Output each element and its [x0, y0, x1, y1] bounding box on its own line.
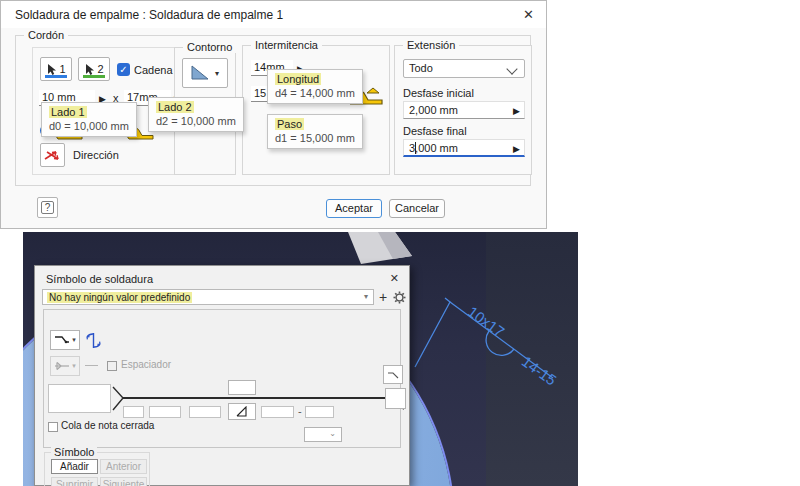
select-side1-button[interactable]: 1: [40, 57, 72, 81]
flip-symbol-button[interactable]: [85, 332, 102, 349]
help-icon: ?: [41, 201, 55, 214]
select-side2-button[interactable]: 2: [78, 57, 110, 81]
extension-group-label: Extensión: [403, 39, 459, 51]
weld-field-4[interactable]: [261, 406, 294, 418]
cadena-checkbox[interactable]: ✓: [117, 63, 130, 76]
close-icon[interactable]: ✕: [523, 8, 534, 21]
symbol-editor-panel: ▾ ▾ Espaciador: [43, 309, 401, 448]
gear-icon[interactable]: [393, 291, 406, 304]
cola-checkbox[interactable]: [48, 422, 58, 432]
siguiente-button: Siguiente: [100, 477, 147, 486]
tooltip-lado2: Lado 2 d2 = 10,000 mm: [148, 97, 244, 132]
close-icon[interactable]: ✕: [390, 272, 399, 285]
direccion-button[interactable]: [40, 143, 65, 167]
alcance-select[interactable]: Todo: [403, 59, 525, 78]
tail-button[interactable]: [385, 388, 406, 409]
weld-field-5[interactable]: [305, 406, 334, 418]
cancel-button[interactable]: Cancelar: [389, 199, 445, 218]
weld-field-2[interactable]: [149, 406, 181, 418]
chevron-down-icon: [506, 63, 517, 74]
screen: { "weld_dialog": { "title": "Soldadura d…: [0, 0, 800, 486]
desfase-inicial-value: 2,000 mm: [409, 104, 458, 116]
preset-combobox[interactable]: No hay ningún valor predefinido ▾: [42, 289, 374, 305]
help-button[interactable]: ?: [37, 197, 58, 218]
tooltip-paso-title: Paso: [275, 118, 304, 130]
espaciador-label: Espaciador: [121, 359, 171, 370]
dropdown-caret-icon: ▾: [72, 336, 76, 344]
weld-field-1[interactable]: [123, 406, 144, 418]
anadir-button[interactable]: Añadir: [51, 459, 98, 474]
tooltip-lado1-value: d0 = 10,000 mm: [49, 120, 129, 132]
direction-arrows-icon: [44, 148, 61, 163]
symbol-variant-select[interactable]: ⌄: [304, 427, 342, 442]
weld-symbol-button[interactable]: [228, 403, 256, 420]
note-text-box[interactable]: [48, 384, 111, 413]
jog-line-icon: [387, 370, 399, 380]
fillet-weld-title: Soldadura de empalme : Soldadura de empa…: [15, 8, 283, 22]
tooltip-paso: Paso d1 = 15,000 mm: [267, 114, 363, 149]
dropdown-caret-icon: ▾: [215, 69, 219, 78]
desfase-final-value: 3,000 mm: [409, 142, 458, 154]
select-side2-number: 2: [97, 63, 103, 75]
check-icon: ✓: [119, 64, 127, 75]
tooltip-longitud: Longitud d4 = 14,000 mm: [267, 69, 363, 104]
preset-value: No hay ningún valor predefinido: [47, 292, 192, 303]
fillet-weld-dialog: Soldadura de empalme : Soldadura de empa…: [0, 0, 547, 229]
dropdown-caret-icon: ▾: [72, 362, 76, 370]
tooltip-lado2-value: d2 = 10,000 mm: [156, 115, 236, 127]
divider: [85, 365, 98, 366]
jog-leader-button[interactable]: [383, 365, 403, 384]
desfase-final-flyout-arrow-icon[interactable]: ▶: [513, 144, 520, 154]
simbolo-group: Símbolo Añadir Anterior Suprimir Siguien…: [44, 452, 150, 486]
green-underline: [83, 75, 105, 78]
cadena-label: Cadena: [134, 64, 173, 76]
desfase-inicial-label: Desfase inicial: [403, 87, 474, 99]
accept-button[interactable]: Aceptar: [326, 199, 382, 218]
leader-style-button[interactable]: ▾: [50, 330, 80, 350]
intermitencia-group: Intermitencia 14mm ▶ 15 m 1: [242, 45, 390, 175]
intermitencia-group-label: Intermitencia: [251, 39, 322, 51]
alcance-value: Todo: [409, 62, 433, 74]
desfase-final-field[interactable]: 3,000 mm ▶: [403, 139, 525, 157]
weld-symbol-dialog: Símbolo de soldadura ✕ No hay ningún val…: [34, 265, 410, 486]
tooltip-lado2-title: Lado 2: [156, 101, 194, 113]
identification-button: ▾: [50, 356, 80, 376]
add-preset-button[interactable]: +: [379, 289, 387, 305]
symbol-above-button[interactable]: [228, 380, 256, 395]
simbolo-group-label: Símbolo: [51, 446, 97, 458]
tooltip-lado1-title: Lado 1: [49, 106, 87, 118]
chevron-down-icon: ⌄: [329, 429, 336, 438]
cordon-group-label: Cordón: [24, 29, 68, 41]
tooltip-longitud-value: d4 = 14,000 mm: [275, 87, 355, 99]
suprimir-button: Suprimir: [51, 477, 98, 486]
weld-symbol-title: Símbolo de soldadura: [46, 273, 153, 285]
contorno-dropdown-button[interactable]: ▾: [182, 58, 228, 88]
desfase-inicial-flyout-arrow-icon[interactable]: ▶: [513, 106, 520, 116]
extension-group: Extensión Todo Desfase inicial 2,000 mm …: [394, 45, 532, 175]
desfase-final-label: Desfase final: [403, 125, 467, 137]
combo-caret-icon: ▾: [364, 292, 368, 301]
desfase-inicial-field[interactable]: 2,000 mm ▶: [403, 101, 525, 119]
cola-label: Cola de nota cerrada: [61, 420, 154, 431]
blue-underline: [45, 75, 67, 78]
tooltip-paso-value: d1 = 15,000 mm: [275, 132, 355, 144]
direccion-label: Dirección: [73, 149, 119, 161]
dim-text-1: 10x17: [465, 303, 508, 341]
tooltip-longitud-title: Longitud: [275, 73, 321, 85]
fillet-symbol-icon: [236, 406, 248, 417]
contour-triangle-icon: [191, 65, 211, 81]
leader-line-icon: [54, 335, 70, 345]
cursor-icon: [46, 63, 57, 76]
dash-label: -: [298, 405, 302, 417]
text-cursor: [415, 142, 416, 154]
viewport-3d[interactable]: 10x17 14-15 Símbolo de soldadura ✕ No ha…: [23, 232, 578, 486]
contorno-group-label: Contorno: [183, 41, 236, 53]
select-side1-number: 1: [59, 63, 65, 75]
anterior-button: Anterior: [100, 459, 147, 474]
tooltip-lado1: Lado 1 d0 = 10,000 mm: [41, 102, 137, 137]
espaciador-checkbox: [107, 361, 117, 371]
cursor-icon: [84, 63, 95, 76]
dim-text-2: 14-15: [519, 352, 560, 388]
weld-field-3[interactable]: [189, 406, 221, 418]
id-arrow-icon: [54, 361, 70, 371]
